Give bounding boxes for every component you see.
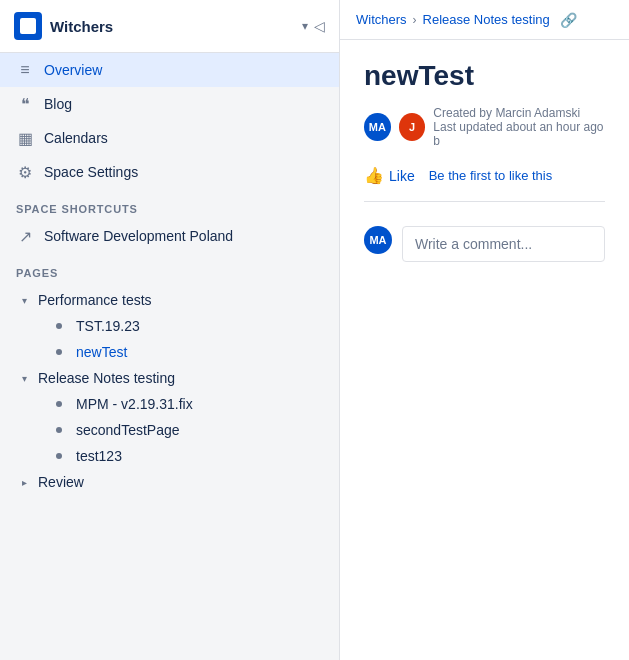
nav-item-overview[interactable]: ≡ Overview	[0, 53, 339, 87]
comment-row: MA Write a comment...	[364, 226, 605, 262]
collapse-icon[interactable]: ◁	[314, 18, 325, 34]
pages-section-label: PAGES	[0, 253, 339, 283]
like-button[interactable]: 👍 Like	[364, 166, 415, 185]
breadcrumb-separator: ›	[413, 13, 417, 27]
logo	[14, 12, 42, 40]
chevron-down-icon: ▾	[16, 292, 32, 308]
chevron-down-icon-2: ▾	[16, 370, 32, 386]
sidebar-header-actions: ▾ ◁	[302, 18, 325, 34]
like-icon: 👍	[364, 166, 384, 185]
meta-row: MA J Created by Marcin Adamski Last upda…	[364, 106, 605, 148]
nav-item-sdp[interactable]: ↗ Software Development Poland	[0, 219, 339, 253]
nav-label-sdp: Software Development Poland	[44, 228, 233, 244]
nav-label-blog: Blog	[44, 96, 72, 112]
tree-item-review[interactable]: ▸ Review	[0, 469, 339, 495]
page-label-performance-tests: Performance tests	[38, 292, 152, 308]
commenter-avatar: MA	[364, 226, 392, 254]
overview-icon: ≡	[16, 61, 34, 79]
page-label-secondtestpage: secondTestPage	[76, 422, 180, 438]
bullet-icon-4	[56, 427, 62, 433]
sidebar-header: Witchers ▾ ◁	[0, 0, 339, 53]
pages-tree: ▾ Performance tests TST.19.23 newTest ▾ …	[0, 283, 339, 499]
avatar-primary: MA	[364, 113, 391, 141]
bullet-icon-3	[56, 401, 62, 407]
space-settings-icon: ⚙	[16, 163, 34, 181]
created-by: Created by Marcin Adamski	[433, 106, 605, 120]
breadcrumb-release-notes[interactable]: Release Notes testing	[423, 12, 550, 27]
dropdown-icon[interactable]: ▾	[302, 19, 308, 33]
nav-label-overview: Overview	[44, 62, 102, 78]
chevron-right-icon: ▸	[16, 474, 32, 490]
page-content: newTest MA J Created by Marcin Adamski L…	[340, 40, 629, 660]
page-label-tst-19-23: TST.19.23	[76, 318, 140, 334]
page-label-mpm: MPM - v2.19.31.fix	[76, 396, 193, 412]
comment-input[interactable]: Write a comment...	[402, 226, 605, 262]
tree-item-test123[interactable]: test123	[0, 443, 339, 469]
nav-item-blog[interactable]: ❝ Blog	[0, 87, 339, 121]
breadcrumb: Witchers › Release Notes testing 🔗	[340, 0, 629, 40]
main-content: Witchers › Release Notes testing 🔗 newTe…	[340, 0, 629, 660]
last-updated: Last updated about an hour ago b	[433, 120, 605, 148]
calendars-icon: ▦	[16, 129, 34, 147]
meta-info: Created by Marcin Adamski Last updated a…	[433, 106, 605, 148]
page-label-test123: test123	[76, 448, 122, 464]
like-label: Like	[389, 168, 415, 184]
nav-label-calendars: Calendars	[44, 130, 108, 146]
page-label-review: Review	[38, 474, 84, 490]
breadcrumb-witchers[interactable]: Witchers	[356, 12, 407, 27]
reactions-row: 👍 Like Be the first to like this	[364, 166, 605, 202]
page-title: newTest	[364, 60, 605, 92]
bullet-icon-5	[56, 453, 62, 459]
tree-item-tst-19-23[interactable]: TST.19.23	[0, 313, 339, 339]
space-title: Witchers	[50, 18, 294, 35]
bullet-icon-2	[56, 349, 62, 355]
sidebar: Witchers ▾ ◁ ≡ Overview ❝ Blog ▦ Calenda…	[0, 0, 340, 660]
page-label-newtest: newTest	[76, 344, 127, 360]
link-icon: 🔗	[560, 12, 577, 28]
tree-item-performance-tests[interactable]: ▾ Performance tests	[0, 287, 339, 313]
avatar-secondary: J	[399, 113, 426, 141]
first-like-text: Be the first to like this	[429, 168, 553, 183]
tree-item-mpm[interactable]: MPM - v2.19.31.fix	[0, 391, 339, 417]
tree-item-newtest[interactable]: newTest	[0, 339, 339, 365]
nav-label-space-settings: Space Settings	[44, 164, 138, 180]
tree-item-secondtestpage[interactable]: secondTestPage	[0, 417, 339, 443]
page-label-release-notes: Release Notes testing	[38, 370, 175, 386]
shortcuts-section-label: SPACE SHORTCUTS	[0, 189, 339, 219]
comment-placeholder: Write a comment...	[415, 236, 532, 252]
nav-item-space-settings[interactable]: ⚙ Space Settings	[0, 155, 339, 189]
external-link-icon: ↗	[16, 227, 34, 245]
tree-item-release-notes[interactable]: ▾ Release Notes testing	[0, 365, 339, 391]
blog-icon: ❝	[16, 95, 34, 113]
bullet-icon	[56, 323, 62, 329]
nav-item-calendars[interactable]: ▦ Calendars	[0, 121, 339, 155]
